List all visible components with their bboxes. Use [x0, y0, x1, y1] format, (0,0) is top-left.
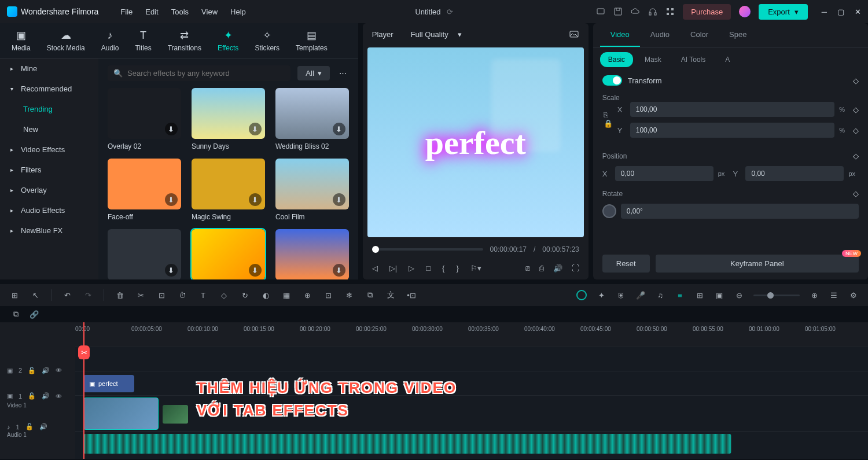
effect-card[interactable]: ⬇Magic Swing — [192, 159, 265, 221]
keyframe-diamond-icon[interactable]: ◇ — [853, 189, 859, 198]
tab-templates[interactable]: ▤Templates — [296, 29, 328, 58]
sidebar-newblue[interactable]: ▸NewBlue FX — [0, 220, 98, 241]
playhead[interactable]: ✂ — [83, 322, 84, 459]
lock-icon[interactable]: 🔓 — [28, 392, 36, 400]
overlay-icon[interactable]: ▣ — [714, 290, 724, 300]
title-clip[interactable]: ▣ perfect — [83, 375, 134, 392]
audio-clip[interactable] — [83, 434, 731, 454]
mic-icon[interactable]: 🎤 — [635, 290, 646, 300]
effect-card[interactable]: ⬇Graduation Alpack Pack Ove... — [108, 229, 181, 279]
display-icon[interactable]: ⎚ — [525, 264, 530, 273]
close-icon[interactable]: ✕ — [855, 8, 861, 16]
more-icon[interactable]: ⋯ — [337, 67, 349, 80]
mute-icon[interactable]: 🔊 — [42, 392, 50, 400]
time-ruler[interactable]: 00:0000:00:05:0000:00:10:0000:00:15:0000… — [75, 322, 868, 347]
focus-icon[interactable]: ⊡ — [323, 290, 333, 300]
tab-stickers[interactable]: ✧Stickers — [255, 29, 279, 58]
subtab-more[interactable]: A — [717, 52, 738, 67]
video-track-icon[interactable]: ▣ — [7, 392, 13, 400]
tab-stock-media[interactable]: ☁Stock Media — [47, 29, 85, 58]
keyframe-diamond-icon[interactable]: ◇ — [853, 105, 859, 114]
keyframe-diamond-icon[interactable]: ◇ — [853, 126, 859, 135]
sidebar-new[interactable]: New — [0, 119, 98, 139]
timer-icon[interactable]: ⊕ — [302, 290, 312, 300]
effect-card[interactable]: ⬇Overlay 02 — [108, 88, 181, 150]
save-icon[interactable] — [613, 7, 623, 16]
list-view-icon[interactable]: ☰ — [829, 290, 839, 300]
sidebar-video-effects[interactable]: ▸Video Effects — [0, 139, 98, 160]
crop-icon[interactable]: ⊡ — [156, 290, 167, 300]
snapshot-icon[interactable] — [569, 29, 579, 39]
prev-frame-icon[interactable]: ◁ — [372, 264, 378, 273]
select-icon[interactable]: ↖ — [30, 290, 41, 300]
volume-icon[interactable]: 🔊 — [553, 264, 562, 273]
scale-y-input[interactable] — [630, 123, 834, 138]
download-icon[interactable]: ⬇ — [165, 193, 178, 206]
menu-view[interactable]: View — [201, 8, 218, 16]
magnet-icon[interactable]: ⊞ — [9, 290, 20, 300]
search-input[interactable] — [127, 69, 285, 78]
mark-out-icon[interactable]: } — [456, 264, 458, 273]
player-scrubber[interactable] — [372, 248, 483, 251]
menu-file[interactable]: File — [120, 8, 133, 16]
keyframe-icon[interactable]: ◇ — [219, 290, 229, 300]
capture-icon[interactable]: ⎙ — [539, 264, 544, 273]
inspector-tab-video[interactable]: Video — [600, 23, 640, 47]
filter-dropdown[interactable]: All▾ — [297, 66, 329, 80]
keyframe-diamond-icon[interactable]: ◇ — [853, 152, 859, 160]
playhead-handle[interactable]: ✂ — [78, 345, 90, 359]
pos-y-input[interactable] — [745, 166, 844, 181]
link-xy-icon[interactable]: ⎘🔒 — [602, 102, 614, 137]
play-icon[interactable]: ▷ — [409, 264, 414, 273]
reset-button[interactable]: Reset — [602, 255, 650, 273]
rotate-input[interactable] — [621, 204, 859, 219]
freeze-icon[interactable]: ❄ — [344, 290, 354, 300]
green-screen-icon[interactable]: ▦ — [281, 290, 292, 300]
panel-stack-icon[interactable]: ⧉ — [10, 309, 21, 319]
scale-x-input[interactable] — [630, 102, 834, 117]
effect-card[interactable]: ⬇Sunny Days — [192, 88, 265, 150]
download-icon[interactable]: ⬇ — [249, 264, 262, 277]
eye-icon[interactable]: 👁 — [56, 393, 62, 400]
keyframe-diamond-icon[interactable]: ◇ — [853, 76, 859, 85]
quality-dropdown[interactable]: Full Quality▾ — [411, 30, 462, 39]
speed-icon[interactable]: ⏱ — [177, 290, 187, 300]
video-preview[interactable]: perfect — [367, 47, 584, 237]
stop-icon[interactable]: □ — [426, 264, 431, 273]
delete-icon[interactable]: 🗑 — [115, 290, 125, 300]
text-icon[interactable]: T — [198, 290, 208, 300]
link-icon[interactable]: 🔗 — [29, 309, 39, 319]
keyframe-panel-button[interactable]: Keyframe Panel NEW — [656, 255, 859, 273]
fullscreen-icon[interactable]: ⛶ — [572, 264, 579, 273]
download-icon[interactable]: ⬇ — [249, 193, 262, 206]
sidebar-audio-effects[interactable]: ▸Audio Effects — [0, 200, 98, 220]
undo-icon[interactable]: ↶ — [62, 290, 72, 300]
record-indicator-icon[interactable] — [576, 290, 587, 300]
tab-media[interactable]: ▣Media — [12, 29, 31, 58]
mute-icon[interactable]: 🔊 — [39, 423, 47, 430]
subtab-basic[interactable]: Basic — [600, 52, 633, 67]
lock-icon[interactable]: 🔓 — [28, 367, 36, 374]
tab-effects[interactable]: ✦Effects — [218, 29, 238, 58]
headphones-icon[interactable] — [648, 7, 657, 16]
marker-icon[interactable]: ✦ — [596, 290, 606, 300]
play-next-icon[interactable]: ▷| — [389, 264, 397, 273]
maximize-icon[interactable]: ▢ — [837, 8, 844, 16]
menu-edit[interactable]: Edit — [145, 8, 158, 16]
zoom-out-icon[interactable]: ⊖ — [734, 290, 744, 300]
inspector-tab-color[interactable]: Color — [680, 23, 719, 47]
lock-icon[interactable]: 🔓 — [25, 423, 34, 430]
download-icon[interactable]: ⬇ — [333, 123, 345, 135]
inspector-tab-audio[interactable]: Audio — [640, 23, 680, 47]
video-clip[interactable] — [83, 398, 159, 430]
shield-icon[interactable]: ⛨ — [616, 290, 626, 300]
sidebar-filters[interactable]: ▸Filters — [0, 160, 98, 180]
audio-track-icon[interactable]: ♪ — [7, 424, 10, 430]
subtab-mask[interactable]: Mask — [637, 52, 670, 67]
download-icon[interactable]: ⬇ — [249, 123, 262, 135]
cloud-sync-icon[interactable]: ⟳ — [447, 8, 453, 16]
download-icon[interactable]: ⬇ — [333, 264, 345, 277]
marker-opts-icon[interactable]: ⚐▾ — [470, 264, 481, 273]
cloud-icon[interactable] — [631, 7, 640, 16]
sidebar-overlay[interactable]: ▸Overlay — [0, 180, 98, 200]
